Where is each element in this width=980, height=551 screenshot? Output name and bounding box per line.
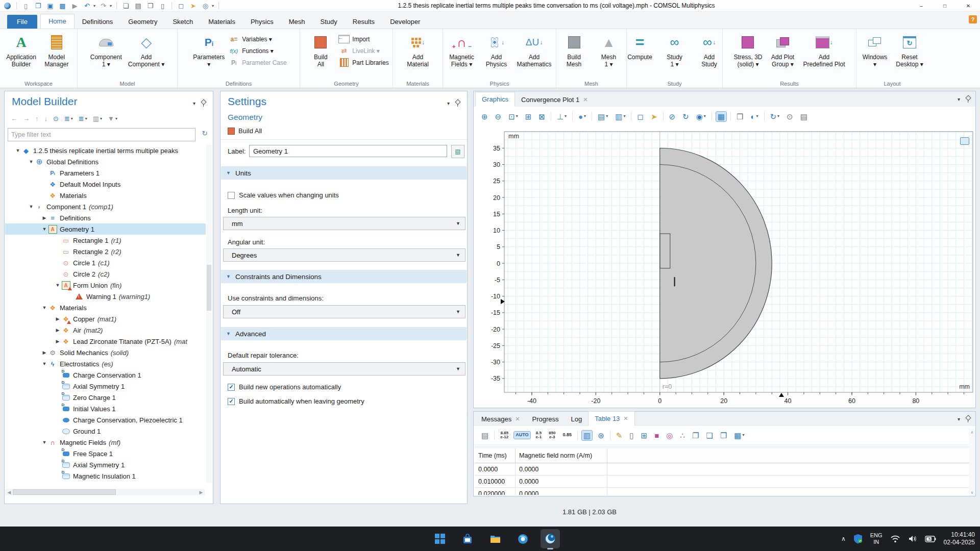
variables-button[interactable]: a= Variables ▾ (228, 34, 286, 44)
tree-item[interactable]: ▼AForm Union(fin) (5, 280, 206, 291)
columns-icon[interactable]: ▥▾ (93, 115, 102, 122)
component-1-button[interactable]: Component 1 ▾ (88, 32, 125, 69)
tree-item[interactable]: ▼ϟElectrostatics(es) (5, 358, 206, 369)
precision-0.85-button[interactable]: 0.85 (561, 432, 573, 438)
tab-sketch[interactable]: Sketch (165, 15, 201, 29)
close-button[interactable]: ✕ (957, 0, 980, 11)
add-physics-button[interactable]: ↓ Add Physics (479, 32, 513, 69)
chevron-down-icon[interactable]: ▼ (41, 227, 48, 232)
store-button[interactable] (458, 529, 477, 548)
close-tab-icon[interactable]: ✕ (515, 416, 520, 422)
help-button[interactable]: ? (969, 15, 977, 23)
chevron-down-icon[interactable]: ▼ (54, 283, 61, 288)
label-input[interactable]: Geometry 1 (249, 145, 447, 157)
information-tab-messages[interactable]: Messages✕ (475, 412, 526, 426)
scroll-left-icon[interactable]: ◀ (6, 490, 13, 495)
paste-icon[interactable]: ▤ (134, 2, 142, 10)
table-row[interactable]: 0.0100000.0000 (475, 475, 974, 488)
tree-item[interactable]: ▶⚙Solid Mechanics(solid) (5, 347, 206, 358)
snapshot-icon[interactable]: ⊙ (785, 112, 795, 121)
functions-button[interactable]: f(x) Functions ▾ (228, 45, 286, 56)
chevron-right-icon[interactable]: ▶ (54, 339, 61, 344)
filter-input[interactable] (8, 131, 195, 138)
go-forward-icon[interactable]: → (23, 115, 30, 122)
tree-item[interactable]: Axial Symmetry 1 (5, 459, 206, 470)
select-frame-icon[interactable]: ◻ (177, 2, 185, 10)
add-component-button[interactable]: ◇ Add Component ▾ (126, 32, 167, 69)
units-section-header[interactable]: ▼ Units (221, 166, 467, 180)
mesh-1-button[interactable]: ▲ Mesh 1 ▾ (592, 32, 626, 69)
precision-e-12-button[interactable]: 8.85e-12 (499, 430, 510, 441)
mesh-render-icon[interactable]: ▦ (716, 112, 726, 121)
tree-item[interactable]: ▼⊕Global Definitions (5, 156, 206, 167)
add-material-button[interactable]: ↓ Add Material (401, 32, 435, 69)
close-tab-icon[interactable]: ✕ (583, 96, 587, 103)
tree-item[interactable]: Free Space 1 (5, 448, 206, 459)
panel-menu-icon[interactable]: ▾ (193, 101, 195, 106)
export-table-icon[interactable]: ❏ (704, 431, 714, 440)
scroll-down-icon[interactable]: ∨ (971, 490, 974, 495)
clock[interactable]: 10:41:40 02-04-2025 (944, 531, 975, 546)
scene-settings-icon[interactable]: ❒ (735, 112, 745, 121)
tab-study[interactable]: Study (313, 15, 345, 29)
tree-item[interactable]: Ground 1 (5, 425, 206, 437)
run-icon[interactable]: ▶ (70, 2, 79, 10)
tree-item[interactable]: ⊙Circle 1(c1) (5, 257, 206, 268)
movie-icon[interactable]: ▥▾ (614, 112, 627, 121)
tab-results[interactable]: Results (345, 15, 382, 29)
information-tab-log[interactable]: Log (565, 412, 589, 426)
tab-definitions[interactable]: Definitions (75, 15, 121, 29)
go-to-view-icon[interactable]: ⊥▾ (555, 112, 568, 121)
move-down-icon[interactable]: ↓ (44, 115, 48, 122)
select-box-icon[interactable]: ◻ (635, 112, 645, 121)
comsol-logo-icon[interactable] (3, 2, 12, 10)
open-file-icon[interactable]: ❐ (34, 2, 42, 10)
panel-menu-icon[interactable]: ▾ (958, 416, 960, 422)
chevron-down-icon[interactable]: ▼ (41, 361, 48, 366)
parameters-button[interactable]: Pi Parameters ▾ (190, 32, 227, 69)
rotate-view-icon[interactable]: ↻ (681, 112, 691, 121)
tree-item[interactable]: ▶❖Lead Zirconate Titanate (PZT-5A)(mat (5, 336, 206, 347)
graphics-tab-graphics[interactable]: Graphics (475, 92, 515, 107)
image-icon[interactable]: ▤▾ (596, 112, 609, 121)
tab-materials[interactable]: Materials (201, 15, 243, 29)
view-indicator-icon[interactable] (960, 137, 969, 145)
tree-item[interactable]: ▭Rectangle 2(r2) (5, 246, 206, 257)
tree-item[interactable]: ▼AGeometry 1 (5, 223, 206, 235)
minimize-button[interactable]: – (910, 0, 933, 11)
table-scrollbar[interactable]: ∧ ∨ (969, 429, 975, 496)
add-plot-icon[interactable]: ⊞ (640, 431, 649, 440)
tree-item[interactable]: Zero Charge 1 (5, 392, 206, 403)
redo-icon[interactable]: ↷ (99, 2, 108, 10)
tree-item[interactable]: ▼◆1.2.5 thesis replicate inertial terms … (5, 145, 206, 156)
go-back-icon[interactable]: ← (11, 115, 17, 122)
update-plot-icon[interactable]: ↻▾ (769, 112, 781, 121)
collapse-icon[interactable]: ≣▾ (64, 115, 73, 122)
add-study-button[interactable]: ∞↓ Add Study (693, 32, 726, 69)
zoom-selected-icon[interactable]: ⊠ (537, 112, 547, 121)
zoom-out-icon[interactable]: ⊖ (494, 112, 503, 121)
comsol-app-button[interactable] (541, 529, 560, 548)
scroll-up-icon[interactable]: ∧ (971, 430, 974, 435)
copy-selection-icon[interactable]: ❐ (719, 431, 728, 440)
save-as-icon[interactable]: ▩ (58, 2, 67, 10)
chevron-right-icon[interactable]: ▶ (54, 328, 61, 333)
tree-horizontal-scrollbar[interactable]: ◀ ▶ (6, 489, 205, 495)
filter-icon[interactable]: ▼▾ (108, 115, 117, 122)
windows-button[interactable]: Windows ▾ (858, 32, 892, 69)
tray-expand-icon[interactable]: ∧ (841, 535, 846, 542)
table-row[interactable]: 0.0200000.0000 (475, 488, 974, 495)
table-column-header[interactable]: Time (ms) (475, 448, 516, 463)
tab-file[interactable]: File (7, 15, 37, 29)
graphics-tab-convergence-plot-1[interactable]: Convergence Plot 1✕ (515, 93, 594, 107)
scroll-right-icon[interactable]: ▶ (198, 490, 205, 495)
reset-desktop-button[interactable]: ↻ Reset Desktop ▾ (893, 32, 926, 69)
delete-item-icon[interactable]: ▯ (158, 2, 167, 10)
tree-item[interactable]: Axial Symmetry 1 (5, 381, 206, 392)
tree-item[interactable]: ▶≡Definitions (5, 212, 206, 223)
tree-item[interactable]: Charge Conservation 1 (5, 369, 206, 381)
tree-vertical-scrollbar[interactable] (206, 145, 212, 483)
scale-values-checkbox[interactable]: ✓ Scale values when changing units (228, 191, 339, 199)
chevron-down-icon[interactable]: ▼ (41, 305, 48, 310)
repair-tolerance-select[interactable]: Automatic ▼ (223, 362, 465, 375)
